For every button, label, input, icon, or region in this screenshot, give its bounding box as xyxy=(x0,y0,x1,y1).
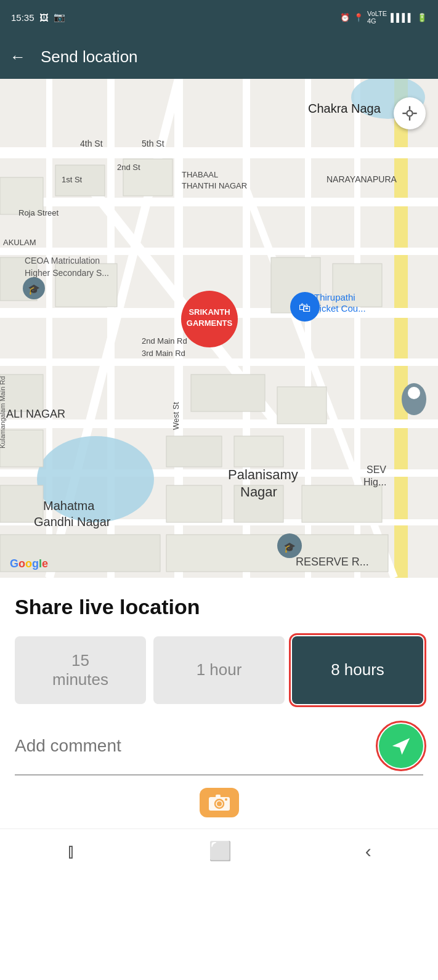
svg-rect-33 xyxy=(234,436,283,467)
page-title: Send location xyxy=(41,47,138,67)
gps-icon: 📍 xyxy=(354,13,363,22)
send-button[interactable] xyxy=(379,724,423,768)
svg-text:THABAAL: THABAAL xyxy=(182,170,218,179)
camera-area xyxy=(15,788,423,817)
svg-rect-35 xyxy=(166,485,222,522)
svg-text:Palanisamy: Palanisamy xyxy=(228,467,298,482)
svg-text:Kulamangalam Main Rd: Kulamangalam Main Rd xyxy=(0,376,6,448)
svg-rect-29 xyxy=(277,387,326,424)
bottom-panel: Share live location 15 minutes 1 hour 8 … xyxy=(0,578,438,817)
svg-text:Thirupathi: Thirupathi xyxy=(314,292,355,302)
duration-8hours-button[interactable]: 8 hours xyxy=(292,636,423,704)
svg-text:RESERVE R...: RESERVE R... xyxy=(296,556,369,568)
svg-text:Higher Secondary S...: Higher Secondary S... xyxy=(25,268,109,278)
svg-point-76 xyxy=(408,387,420,399)
svg-text:🎓: 🎓 xyxy=(28,283,40,295)
svg-text:THANTHI NAGAR: THANTHI NAGAR xyxy=(182,181,247,190)
svg-text:Mahatma: Mahatma xyxy=(43,499,95,512)
svg-rect-30 xyxy=(0,375,43,411)
svg-text:3rd Main Rd: 3rd Main Rd xyxy=(142,349,185,358)
photo-icon: 🖼 xyxy=(39,12,49,23)
svg-text:Chakra Naga: Chakra Naga xyxy=(308,102,381,115)
signal-icon: ▌▌▌▌ xyxy=(391,13,413,22)
svg-text:ALI NAGAR: ALI NAGAR xyxy=(6,408,65,420)
svg-text:🎓: 🎓 xyxy=(283,541,296,553)
google-logo: Google xyxy=(10,557,48,570)
svg-text:5th St: 5th St xyxy=(142,139,164,148)
share-live-location-title: Share live location xyxy=(15,595,423,619)
status-left: 15:35 🖼 📷 xyxy=(11,12,65,23)
svg-rect-31 xyxy=(0,430,43,467)
svg-point-86 xyxy=(225,798,227,801)
svg-text:CEOA Matriculation: CEOA Matriculation xyxy=(25,256,100,265)
comment-row xyxy=(15,724,423,775)
back-button[interactable]: ← xyxy=(10,49,26,65)
nav-recents-button[interactable]: ⫿ xyxy=(67,841,76,862)
svg-rect-85 xyxy=(216,795,221,798)
my-location-button[interactable] xyxy=(394,97,426,129)
alarm-icon: ⏰ xyxy=(340,13,350,22)
duration-options: 15 minutes 1 hour 8 hours xyxy=(15,636,423,704)
svg-text:Ticket Cou...: Ticket Cou... xyxy=(314,303,366,314)
svg-text:Hig...: Hig... xyxy=(363,477,386,487)
svg-text:AKULAM: AKULAM xyxy=(3,238,36,247)
svg-rect-32 xyxy=(166,436,222,467)
svg-rect-28 xyxy=(191,375,265,411)
svg-text:SEV: SEV xyxy=(367,464,386,475)
comment-input[interactable] xyxy=(15,736,367,756)
network-label: VoLTE4G xyxy=(367,10,387,25)
svg-text:2nd Main Rd: 2nd Main Rd xyxy=(142,336,187,346)
nav-back-button[interactable]: ‹ xyxy=(365,841,371,862)
status-right: ⏰ 📍 VoLTE4G ▌▌▌▌ 🔋 xyxy=(340,10,427,25)
map-view[interactable]: 4th St 5th St Chakra Naga 1st St 2nd St … xyxy=(0,79,438,578)
svg-text:NARAYANAPURA: NARAYANAPURA xyxy=(326,174,397,184)
app-header: ← Send location xyxy=(0,34,438,79)
svg-text:1st St: 1st St xyxy=(62,175,83,184)
svg-text:4th St: 4th St xyxy=(80,139,103,148)
camera-icon xyxy=(200,788,239,817)
nav-home-button[interactable]: ⬜ xyxy=(209,840,232,862)
svg-text:Gandhi Nagar: Gandhi Nagar xyxy=(34,515,111,528)
svg-text:GARMENTS: GARMENTS xyxy=(187,318,233,328)
navigation-bar: ⫿ ⬜ ‹ xyxy=(0,828,438,873)
svg-point-84 xyxy=(217,801,222,806)
video-icon: 📷 xyxy=(54,12,65,23)
duration-1hour-button[interactable]: 1 hour xyxy=(153,636,285,704)
duration-1hour-label: 1 hour xyxy=(197,660,242,679)
svg-text:West St: West St xyxy=(171,402,180,430)
svg-text:SRIKANTH: SRIKANTH xyxy=(189,307,230,317)
duration-8hours-label: 8 hours xyxy=(331,660,384,679)
svg-text:2nd St: 2nd St xyxy=(117,163,140,172)
duration-15min-sublabel: minutes xyxy=(52,670,108,689)
svg-text:🛍: 🛍 xyxy=(299,301,311,314)
battery-icon: 🔋 xyxy=(417,13,427,22)
time-display: 15:35 xyxy=(11,12,34,23)
duration-15min-label: 15 xyxy=(71,651,89,670)
svg-rect-37 xyxy=(302,485,382,522)
status-bar: 15:35 🖼 📷 ⏰ 📍 VoLTE4G ▌▌▌▌ 🔋 xyxy=(0,0,438,34)
svg-text:Nagar: Nagar xyxy=(240,484,277,500)
svg-text:Roja Street: Roja Street xyxy=(18,208,59,217)
duration-15min-button[interactable]: 15 minutes xyxy=(15,636,146,704)
svg-point-77 xyxy=(407,110,412,116)
